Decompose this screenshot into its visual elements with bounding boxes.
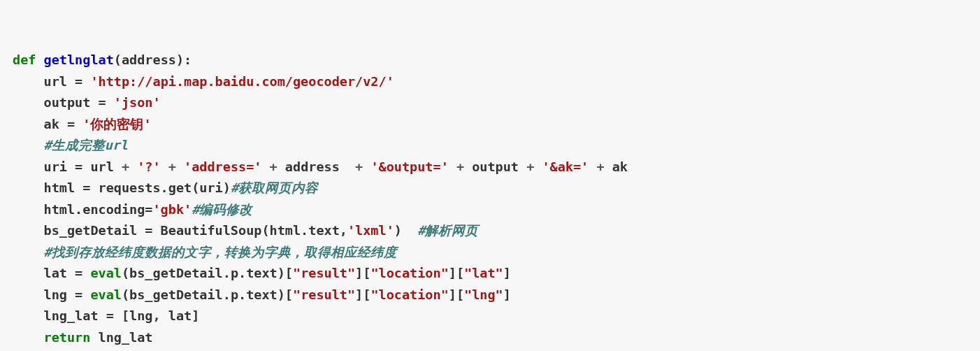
text: html = requests.get(uri) bbox=[13, 180, 231, 195]
text: ][ bbox=[355, 266, 370, 280]
text: ] bbox=[503, 266, 511, 280]
text: ] bbox=[503, 287, 511, 302]
string-literal: 'lxml' bbox=[347, 223, 394, 238]
text: url = bbox=[13, 74, 90, 89]
builtin-eval: eval bbox=[90, 266, 122, 280]
text: (bs_getDetail.p.text)[ bbox=[122, 266, 293, 280]
text: html.encoding= bbox=[13, 202, 152, 217]
text: ][ bbox=[449, 266, 464, 280]
text: ) bbox=[394, 223, 417, 238]
keyword-return: return bbox=[13, 330, 90, 345]
comment: #获取网页内容 bbox=[231, 180, 318, 195]
comment: #编码修改 bbox=[192, 202, 252, 217]
comment: #生成完整url bbox=[13, 138, 128, 152]
text: lng_lat bbox=[90, 330, 152, 345]
text: ][ bbox=[449, 287, 464, 302]
text: address bbox=[278, 159, 355, 174]
comment: #解析网页 bbox=[417, 223, 478, 238]
text: lng = bbox=[13, 287, 90, 302]
builtin-eval: eval bbox=[90, 287, 122, 302]
plus: + bbox=[526, 159, 534, 174]
string-literal: "result" bbox=[293, 287, 355, 302]
text: lng_lat = [lng, lat] bbox=[13, 308, 199, 323]
line-7: html = requests.get(uri)#获取网页内容 bbox=[13, 180, 318, 195]
string-literal: "lat" bbox=[464, 266, 503, 280]
string-literal: 'address=' bbox=[176, 159, 270, 174]
string-literal: '你的密钥' bbox=[82, 117, 151, 131]
string-literal: 'gbk' bbox=[152, 202, 192, 217]
string-literal: 'http://api.map.baidu.com/geocoder/v2/' bbox=[90, 74, 394, 89]
comment: #找到存放经纬度数据的文字，转换为字典，取得相应经纬度 bbox=[13, 245, 397, 259]
plus: + bbox=[596, 159, 604, 174]
text: (bs_getDetail.p.text)[ bbox=[122, 287, 293, 302]
line-11: lat = eval(bs_getDetail.p.text)["result"… bbox=[13, 266, 511, 280]
string-literal: "location" bbox=[370, 287, 448, 302]
line-14: return lng_lat bbox=[13, 330, 153, 345]
line-8: html.encoding='gbk'#编码修改 bbox=[13, 202, 252, 217]
func-args: (address): bbox=[114, 52, 192, 67]
code-block: def getlnglat(address): url = 'http://ap… bbox=[13, 50, 967, 348]
text: ak bbox=[605, 159, 628, 174]
text: bs_getDetail = BeautifulSoup(html.text, bbox=[13, 223, 347, 238]
string-literal: '&ak=' bbox=[534, 159, 596, 174]
text: output bbox=[464, 159, 526, 174]
line-4: ak = '你的密钥' bbox=[13, 117, 152, 131]
string-literal: '&output=' bbox=[363, 159, 456, 174]
text: ak = bbox=[13, 117, 82, 131]
line-12: lng = eval(bs_getDetail.p.text)["result"… bbox=[13, 287, 511, 302]
line-9: bs_getDetail = BeautifulSoup(html.text,'… bbox=[13, 223, 478, 238]
line-1: def getlnglat(address): bbox=[13, 52, 192, 67]
text: uri = url bbox=[13, 159, 122, 174]
func-name: getlnglat bbox=[44, 52, 114, 67]
keyword-def: def bbox=[13, 52, 36, 67]
string-literal: '?' bbox=[129, 159, 168, 174]
plus: + bbox=[122, 159, 129, 174]
line-5: #生成完整url bbox=[13, 138, 128, 152]
line-6: uri = url + '?' + 'address=' + address +… bbox=[13, 159, 628, 174]
string-literal: "lng" bbox=[464, 287, 503, 302]
string-literal: "result" bbox=[293, 266, 355, 280]
line-13: lng_lat = [lng, lat] bbox=[13, 308, 199, 323]
string-literal: "location" bbox=[370, 266, 448, 280]
line-2: url = 'http://api.map.baidu.com/geocoder… bbox=[13, 74, 394, 89]
text: output = bbox=[13, 95, 114, 110]
plus: + bbox=[270, 159, 278, 174]
plus: + bbox=[168, 159, 176, 174]
string-literal: 'json' bbox=[114, 95, 161, 110]
text: lat = bbox=[13, 266, 90, 280]
line-3: output = 'json' bbox=[13, 95, 161, 110]
text: ][ bbox=[355, 287, 370, 302]
plus: + bbox=[456, 159, 464, 174]
line-10: #找到存放经纬度数据的文字，转换为字典，取得相应经纬度 bbox=[13, 245, 397, 259]
plus: + bbox=[355, 159, 363, 174]
